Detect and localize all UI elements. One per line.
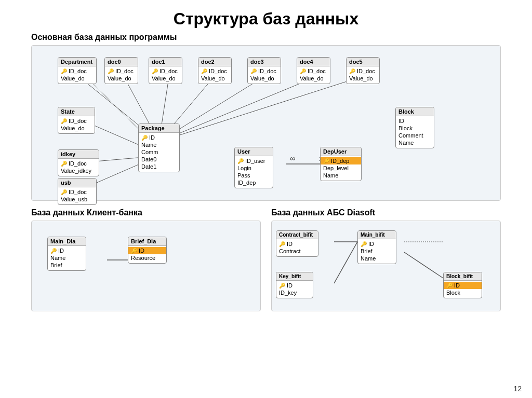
table-DepUser: DepUser 🔑ID_dep Dep_level Name xyxy=(320,147,362,181)
svg-text:∞: ∞ xyxy=(290,154,295,162)
svg-line-16 xyxy=(404,252,443,278)
table-Main_bifit: Main_bifit 🔑ID Brief Name xyxy=(357,230,396,264)
table-Package: Package 🔑ID Name Comm Date0 Date1 xyxy=(138,123,180,172)
section3-title: База данных АБС Diasoft xyxy=(271,208,501,217)
main-db-diagram: 1 ∞ Department 🔑ID_doc Value_do doc0 🔑ID… xyxy=(31,45,501,201)
page-number: 12 xyxy=(513,385,522,393)
table-Main_Dia: Main_Dia 🔑ID Name Brief xyxy=(47,237,86,271)
table-User: User 🔑ID_user Login Pass ID_dep xyxy=(234,147,273,188)
table-Key_bifit: Key_bifit 🔑ID ID_key xyxy=(276,272,313,298)
section2-title: База данных Клиент-банка xyxy=(31,208,261,217)
section2: База данных Клиент-банка Main_Dia 🔑ID Na… xyxy=(31,208,261,311)
table-Department: Department 🔑ID_doc Value_do xyxy=(58,57,97,84)
svg-line-6 xyxy=(159,74,369,142)
table-Brief_Dia: Brief_Dia 🔑ID Resource xyxy=(128,237,167,264)
table-doc1: doc1 🔑ID_doc Value_do xyxy=(149,57,182,84)
table-idkey: idkey 🔑ID_doc Value_idkey xyxy=(58,149,99,176)
table-State: State 🔑ID_doc Value_do xyxy=(58,107,95,134)
table-Contract_bifit: Contract_bifit 🔑ID Contract xyxy=(276,230,318,257)
section1-title: Основная база данных программы xyxy=(31,33,532,42)
table-Block_bifit: Block_bifit 🔑ID Block xyxy=(443,272,482,298)
table-doc5: doc5 🔑ID_doc Value_do xyxy=(346,57,380,84)
table-doc4: doc4 🔑ID_doc Value_do xyxy=(297,57,330,84)
section3: База данных АБС Diasoft Contract_bifit 🔑… xyxy=(271,208,501,311)
table-doc2: doc2 🔑ID_doc Value_do xyxy=(198,57,232,84)
svg-line-5 xyxy=(159,74,323,142)
table-usb: usb 🔑ID_doc Value_usb xyxy=(58,178,97,205)
client-bank-diagram: Main_Dia 🔑ID Name Brief Brief_Dia 🔑ID Re… xyxy=(31,221,261,311)
table-Block: Block ID Block Comment Name xyxy=(395,107,434,148)
table-doc0: doc0 🔑ID_doc Value_do xyxy=(104,57,138,84)
svg-line-17 xyxy=(334,242,357,283)
diasoft-diagram: Contract_bifit 🔑ID Contract Main_bifit 🔑… xyxy=(271,221,501,311)
table-doc3: doc3 🔑ID_doc Value_do xyxy=(247,57,281,84)
page-title: Структура баз данных xyxy=(0,0,532,33)
